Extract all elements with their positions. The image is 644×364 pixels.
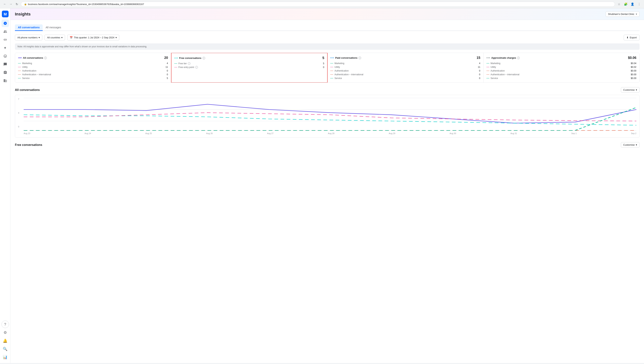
stat-card-header-free: Free conversations i 5 (174, 56, 324, 60)
table-row: Utility 11 (330, 66, 480, 68)
forward-button[interactable]: → (8, 2, 14, 7)
customise-button[interactable]: Customise ▾ (621, 87, 640, 92)
lock-icon: 🔒 (24, 3, 27, 6)
row-label: Authentication (18, 70, 36, 72)
phone-filter-arrow: ▾ (38, 36, 40, 39)
paid-conv-count: 15 (476, 56, 480, 60)
sidebar-item-notifications[interactable]: 🔔 (2, 337, 9, 344)
mini-line-red (18, 70, 21, 71)
row-label: Marketing (18, 62, 32, 65)
browser-chrome: ← → ↻ 🔒 business.facebook.com/wa/manage/… (0, 0, 644, 8)
mini-line-pink3 (330, 67, 333, 67)
tab-all-conversations[interactable]: All conversations (15, 24, 43, 31)
customise-label: Customise (623, 88, 635, 91)
table-row: Authentication 0 (18, 70, 168, 72)
tabs-container: All conversations All messages (15, 24, 640, 31)
account-selector[interactable]: Shubham's Dental Clinic ▾ (606, 11, 640, 17)
sidebar-item-analytics[interactable]: 📊 (2, 354, 9, 361)
back-button[interactable]: ← (2, 2, 8, 7)
note-text: Note: All insights data is approximate a… (18, 45, 147, 48)
sidebar-bottom: ? ⚙ 🔔 🔍 📊 (2, 320, 9, 361)
app-layout: M ✦ ? ⚙ 🔔 🔍 📊 (0, 8, 644, 363)
mini-line-green (18, 78, 21, 78)
extensions-button[interactable]: 🧩 (623, 2, 628, 7)
sidebar-item-chat[interactable] (2, 60, 9, 68)
paid-conv-rows: Marketing 4 Utility 11 (330, 62, 480, 80)
free-tier-info-icon[interactable]: i (188, 62, 190, 65)
date-filter-label: This quarter: 1 Jul 2024 – 2 Sep 2024 (74, 36, 114, 39)
chart-svg (24, 98, 636, 132)
sidebar-item-clipboard[interactable] (2, 69, 9, 76)
mini-line-pink (18, 67, 21, 67)
tab-all-messages[interactable]: All messages (43, 24, 64, 31)
stat-card-free-conversations: Free conversations i 5 Free tier i (171, 53, 328, 83)
free-conv-header: Free conversations Customise ▾ (15, 142, 640, 148)
stat-line-purple (18, 58, 22, 58)
sidebar-item-link[interactable] (2, 36, 9, 44)
table-row: Authentication 0 (330, 70, 480, 72)
mini-line-red6 (486, 74, 490, 75)
all-conv-info-icon[interactable]: i (44, 57, 47, 59)
date-filter-arrow: ▾ (116, 36, 117, 39)
stat-card-title: All conversations i (18, 56, 47, 59)
x-label: Sep 2 (631, 132, 636, 134)
customise-arrow: ▾ (636, 88, 637, 91)
chart-x-labels: Aug 23 Aug 24 Aug 25 Aug 26 Aug 27 Aug 2… (24, 132, 636, 134)
table-row: Utility 11 (18, 66, 168, 68)
sidebar-item-people[interactable] (2, 28, 9, 35)
sidebar-item-insights[interactable] (2, 20, 9, 27)
stat-card-header-charges: Approximate charges i $0.06 (486, 56, 636, 60)
free-entry-info-icon[interactable]: i (195, 66, 198, 68)
mini-line-green2 (330, 78, 333, 78)
stat-card-title-paid: Paid conversations i (330, 56, 361, 59)
sidebar-item-star[interactable]: ✦ (2, 44, 9, 52)
table-row: Authentication $0.00 (486, 70, 636, 72)
menu-button[interactable]: ⋮ (636, 2, 642, 7)
export-button[interactable]: ⬇ Export (624, 35, 640, 40)
table-row: Free tier i 5 (174, 62, 324, 65)
free-conv-info-icon[interactable]: i (202, 57, 205, 60)
all-conv-count: 20 (164, 56, 168, 60)
approx-charges-info-icon[interactable]: i (517, 57, 520, 59)
table-row: Service 5 (18, 77, 168, 80)
mini-line-red2 (18, 74, 21, 75)
mini-line-teal (18, 63, 21, 64)
phone-filter[interactable]: All phone numbers ▾ (15, 35, 42, 40)
paid-conv-info-icon[interactable]: i (358, 57, 361, 59)
free-conv-rows: Free tier i 5 Free entry point i 0 (174, 62, 324, 68)
stats-cards: All conversations i 20 Marketing 4 (15, 53, 640, 83)
mini-line-teal3 (330, 63, 333, 64)
row-label: Authentication – international (486, 73, 520, 76)
chart-title: All conversations (15, 88, 40, 92)
x-label: Aug 24 (84, 132, 91, 134)
browser-actions: ☆ 🧩 👤 ⋮ (616, 2, 642, 7)
account-selector-arrow: ▾ (636, 13, 637, 16)
sidebar-item-search[interactable]: 🔍 (2, 345, 9, 353)
sidebar-item-help[interactable]: ? (2, 320, 9, 328)
sidebar-item-building[interactable] (2, 77, 9, 84)
top-header: Insights Shubham's Dental Clinic ▾ (10, 8, 644, 20)
country-filter[interactable]: All countries ▾ (44, 35, 65, 40)
reload-button[interactable]: ↻ (14, 2, 20, 7)
sidebar-item-settings[interactable]: ⚙ (2, 329, 9, 336)
mini-line-pink4 (486, 67, 490, 67)
stat-card-header: All conversations i 20 (18, 56, 168, 60)
free-conv-customise-button[interactable]: Customise ▾ (621, 142, 640, 148)
chart-container: 7 4 0 (15, 95, 640, 138)
sidebar: M ✦ ? ⚙ 🔔 🔍 📊 (0, 8, 10, 363)
bookmark-button[interactable]: ☆ (616, 2, 622, 7)
profile-button[interactable]: 👤 (630, 2, 635, 7)
stat-card-title-charges: Approximate charges i (486, 56, 520, 59)
y-label-7: 7 (18, 98, 22, 100)
x-label: Aug 27 (267, 132, 274, 134)
table-row: Service 0 (330, 77, 480, 80)
chart-y-labels: 7 4 0 (18, 98, 22, 128)
sidebar-item-emoji[interactable] (2, 52, 9, 60)
free-conv-title: Free conversations (179, 57, 202, 60)
date-filter[interactable]: 📅 This quarter: 1 Jul 2024 – 2 Sep 2024 … (67, 35, 119, 40)
export-label: Export (630, 36, 637, 39)
row-label: Utility (486, 66, 496, 68)
address-bar[interactable]: 🔒 business.facebook.com/wa/manage/insigh… (21, 2, 615, 7)
meta-logo[interactable]: M (2, 10, 8, 17)
chart-area: 7 4 0 (18, 98, 636, 132)
